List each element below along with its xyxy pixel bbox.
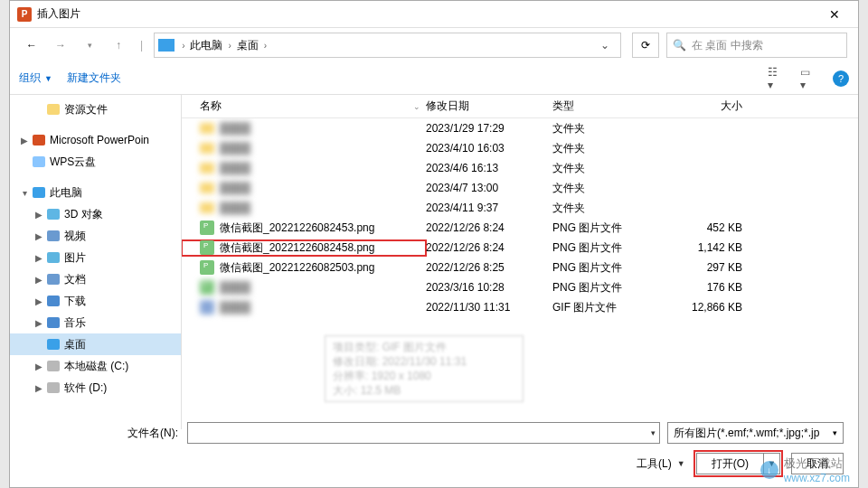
table-row[interactable]: ████2022/11/30 11:31GIF 图片文件12,866 KB [182, 297, 858, 317]
column-date[interactable]: 修改日期 [426, 99, 552, 114]
music-icon [46, 315, 61, 330]
column-type[interactable]: 类型 [552, 99, 670, 114]
organize-label: 组织 [19, 70, 41, 86]
expander-icon[interactable]: ▶ [32, 296, 46, 306]
path-segment[interactable]: 桌面 [233, 38, 262, 53]
chevron-down-icon: ▾ [833, 428, 837, 437]
tools-button[interactable]: 工具(L) ▼ [637, 456, 685, 472]
expander-icon[interactable]: ▶ [32, 361, 46, 371]
expander-icon[interactable]: ▾ [17, 188, 32, 198]
titlebar: P 插入图片 ✕ [10, 1, 858, 28]
expander-icon[interactable]: ▶ [32, 253, 46, 263]
tooltip-line: 项目类型: GIF 图片文件 [333, 340, 515, 354]
ppt-icon [32, 133, 46, 147]
expander-icon[interactable]: ▶ [32, 383, 46, 393]
file-type: PNG 图片文件 [552, 221, 670, 236]
expander-icon[interactable]: ▶ [17, 136, 32, 145]
tooltip-line: 大小: 12.5 MB [333, 383, 515, 398]
folder-icon [46, 102, 61, 117]
list-header: 名称 ⌄ 修改日期 类型 大小 [182, 95, 858, 118]
sidebar-item-3d[interactable]: ▶3D 对象 [10, 203, 181, 225]
up-icon[interactable]: ↑ [108, 34, 129, 56]
search-input[interactable]: 🔍 在 桌面 中搜索 [666, 33, 847, 58]
file-dialog: P 插入图片 ✕ ← → ▾ ↑ | › 此电脑 › 桌面 › ⌄ ⟳ 🔍 在 … [9, 0, 859, 488]
filename-input[interactable]: ▾ [187, 422, 660, 444]
chevron-down-icon: ▼ [677, 459, 685, 468]
png-icon [200, 260, 214, 275]
sidebar-item-drive[interactable]: ▶本地磁盘 (C:) [10, 355, 181, 377]
column-name[interactable]: 名称 ⌄ [182, 99, 426, 114]
sidebar-item-docs[interactable]: ▶文档 [10, 268, 181, 290]
file-size: 12,866 KB [670, 301, 760, 314]
sidebar-item-pc[interactable]: ▾此电脑 [10, 182, 181, 203]
file-name: ████ [220, 281, 250, 294]
file-name: ████ [220, 301, 250, 314]
file-type: 文件夹 [552, 181, 670, 196]
recent-dropdown-icon[interactable]: ▾ [79, 34, 100, 56]
file-date: 2022/12/26 8:24 [426, 241, 552, 254]
back-icon[interactable]: ← [21, 34, 42, 56]
file-date: 2023/3/16 10:28 [426, 281, 552, 294]
sidebar-item-desktop[interactable]: 桌面 [10, 333, 181, 355]
table-row[interactable]: ████2023/4/6 16:13文件夹 [182, 158, 858, 178]
column-size[interactable]: 大小 [670, 99, 760, 114]
file-size: 297 KB [670, 261, 760, 274]
search-icon: 🔍 [673, 39, 686, 52]
sidebar-item-label: 资源文件 [64, 102, 108, 117]
file-date: 2022/12/26 8:24 [426, 221, 552, 234]
expander-icon[interactable]: ▶ [32, 318, 46, 328]
address-bar[interactable]: › 此电脑 › 桌面 › ⌄ [154, 33, 621, 58]
expander-icon[interactable]: ▶ [32, 275, 46, 285]
sidebar-item-ppt[interactable]: ▶Microsoft PowerPoin [10, 129, 181, 151]
navbar: ← → ▾ ↑ | › 此电脑 › 桌面 › ⌄ ⟳ 🔍 在 桌面 中搜索 [10, 28, 858, 62]
expander-icon[interactable]: ▶ [32, 210, 46, 220]
file-name: 微信截图_20221226082453.png [220, 221, 374, 236]
file-size: 1,142 KB [670, 241, 760, 254]
path-segment[interactable]: 此电脑 [186, 38, 226, 53]
refresh-icon[interactable]: ⟳ [632, 33, 659, 58]
close-icon[interactable]: ✕ [818, 4, 851, 25]
sidebar-item-pictures[interactable]: ▶图片 [10, 247, 181, 268]
view-options-icon[interactable]: ☷ ▾ [768, 70, 786, 88]
png-icon [200, 280, 214, 295]
file-type: PNG 图片文件 [552, 240, 670, 256]
chevron-right-icon: › [228, 41, 231, 51]
sidebar-item-label: WPS云盘 [50, 155, 96, 170]
table-row[interactable]: 微信截图_20221226082503.png2022/12/26 8:25PN… [182, 258, 858, 277]
table-row[interactable]: 微信截图_20221226082453.png2022/12/26 8:24PN… [182, 218, 858, 238]
chevron-right-icon: › [264, 41, 267, 51]
forward-icon: → [50, 34, 71, 56]
drive-icon [46, 380, 61, 395]
path-dropdown-icon[interactable]: ⌄ [593, 39, 617, 52]
pc-icon [32, 185, 46, 200]
open-label: 打开(O) [697, 454, 763, 474]
table-row[interactable]: ████2023/4/10 16:03文件夹 [182, 138, 858, 158]
sidebar-item-music[interactable]: ▶音乐 [10, 312, 181, 333]
table-row[interactable]: ████2023/1/29 17:29文件夹 [182, 118, 858, 138]
file-name: ████ [220, 202, 250, 214]
organize-button[interactable]: 组织 ▼ [19, 70, 52, 86]
file-name: 微信截图_20221226082458.png [220, 240, 374, 256]
sidebar-item-video[interactable]: ▶视频 [10, 225, 181, 247]
watermark-url: www.xz7.com [784, 472, 850, 484]
table-row[interactable]: ████2023/4/7 13:00文件夹 [182, 178, 858, 198]
sidebar-item-downloads[interactable]: ▶下载 [10, 290, 181, 312]
sidebar-item-folder[interactable]: 资源文件 [10, 99, 181, 120]
help-icon[interactable]: ? [833, 70, 849, 87]
column-name-label: 名称 [200, 99, 222, 114]
watermark: ↓ 极光下载站 www.xz7.com [760, 455, 850, 484]
file-type-filter[interactable]: 所有图片(*.emf;*.wmf;*.jpg;*.jp ▾ [667, 422, 844, 444]
filter-label: 所有图片(*.emf;*.wmf;*.jpg;*.jp [674, 426, 819, 441]
table-row[interactable]: ████2023/3/16 10:28PNG 图片文件176 KB [182, 277, 858, 297]
sidebar-item-label: Microsoft PowerPoin [50, 134, 149, 146]
table-row[interactable]: 微信截图_20221226082458.png2022/12/26 8:24PN… [182, 238, 858, 258]
sidebar-item-cloud[interactable]: WPS云盘 [10, 151, 181, 173]
filename-label: 文件名(N): [24, 426, 187, 441]
preview-pane-icon[interactable]: ▭ ▾ [800, 70, 818, 88]
table-row[interactable]: ████2023/4/11 9:37文件夹 [182, 198, 858, 218]
new-folder-button[interactable]: 新建文件夹 [67, 70, 121, 86]
search-placeholder: 在 桌面 中搜索 [692, 38, 763, 53]
sidebar-item-drive[interactable]: ▶软件 (D:) [10, 377, 181, 399]
drive-icon [46, 359, 61, 373]
expander-icon[interactable]: ▶ [32, 231, 46, 241]
